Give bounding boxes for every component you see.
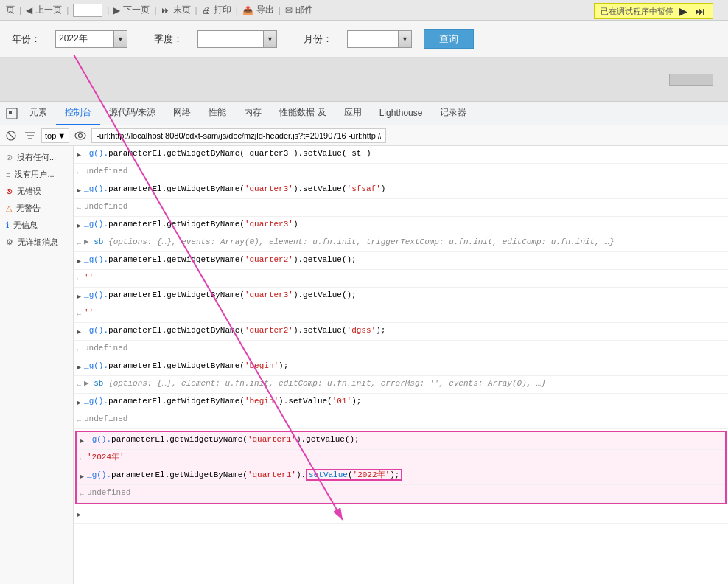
month-select-wrapper[interactable]: ▼ (347, 30, 412, 48)
console-line: ▶ _g().parameterEl.getWidgetByName('quar… (74, 181, 728, 199)
next-btn[interactable]: 下一页 (123, 4, 150, 16)
year-select-wrapper[interactable]: 2022年 ▼ (55, 30, 127, 48)
console-line-highlighted: ▶ _g().parameterEl.getWidgetByName('quar… (77, 432, 725, 450)
tab-application-label: 应用 (344, 106, 362, 119)
sidebar-item-warnings[interactable]: △ 无警告 (0, 200, 73, 217)
tab-sources[interactable]: 源代码/来源 (100, 102, 164, 125)
sidebar-item-user[interactable]: ≡ 没有用户... (0, 166, 73, 183)
line-text: _g().parameterEl.getWidgetByName('quarte… (84, 218, 725, 231)
tab-memory-label: 内存 (244, 106, 262, 119)
console-line-highlighted: ← undefined (77, 485, 725, 503)
tab-console[interactable]: 控制台 (56, 102, 100, 125)
tab-performance-label: 性能 (209, 106, 226, 119)
devtools-panel: 元素 控制台 源代码/来源 网络 性能 内存 性能数据 及 应用 (0, 102, 728, 584)
console-line: ← '' (74, 270, 728, 288)
debug-label: 已在调试程序中暂停 (601, 6, 673, 17)
query-button[interactable]: 查询 (424, 29, 474, 49)
tab-recorder[interactable]: 记录器 (431, 102, 475, 125)
debug-resume-btn[interactable]: ▶ (678, 5, 689, 17)
output-arrow: ← (77, 202, 81, 215)
tab-performance[interactable]: 性能 (200, 102, 235, 125)
tab-network[interactable]: 网络 (164, 102, 200, 125)
console-line: ▶ _g().parameterEl.getWidgetByName('begi… (74, 394, 728, 411)
console-line: ← undefined (74, 164, 728, 181)
console-input[interactable] (84, 507, 725, 520)
quarter-select-wrapper[interactable]: ▼ (197, 30, 277, 48)
clear-console-btn[interactable] (3, 128, 19, 144)
error-label: 无错误 (17, 186, 41, 197)
quarter-select-box[interactable] (197, 30, 264, 48)
sidebar-item-errors[interactable]: ⊗ 无错误 (0, 183, 73, 200)
input-arrow: ▶ (80, 470, 84, 484)
tab-lighthouse[interactable]: Lighthouse (371, 102, 432, 125)
all-icon: ⊘ (6, 153, 13, 162)
console-line: ▶ _g().parameterEl.getWidgetByName('quar… (74, 288, 728, 305)
divider5: | (195, 5, 197, 15)
tab-perf-data[interactable]: 性能数据 及 (270, 102, 335, 125)
console-line: ← undefined (74, 341, 728, 358)
top-dropdown-arrow: ▼ (57, 131, 66, 140)
sidebar-item-verbose[interactable]: ⚙ 无详细消息 (0, 234, 73, 251)
prev-icon[interactable]: ◀ (26, 5, 32, 15)
warning-icon: △ (6, 204, 12, 213)
svg-point-6 (75, 132, 85, 139)
console-line-highlighted: ← '2024年' (77, 450, 725, 467)
line-text: undefined (84, 200, 725, 213)
prev-btn[interactable]: 上一页 (35, 4, 62, 16)
console-output[interactable]: ▶ _g().parameterEl.getWidgetByName( quar… (74, 146, 728, 584)
export-btn[interactable]: 导出 (256, 4, 274, 16)
divider6: | (236, 5, 238, 15)
print-btn[interactable]: 打印 (214, 4, 231, 16)
console-line: ▶ _g().parameterEl.getWidgetByName('quar… (74, 252, 728, 270)
console-line-highlighted: ▶ _g().parameterEl.getWidgetByName('quar… (77, 467, 725, 485)
tab-memory[interactable]: 内存 (235, 102, 270, 125)
console-body: ⊘ 没有任何... ≡ 没有用户... ⊗ 无错误 △ 无警告 ℹ 无信息 (0, 146, 728, 584)
filter-btn[interactable] (22, 128, 38, 144)
input-arrow: ▶ (77, 149, 81, 162)
console-line: ← undefined (74, 199, 728, 217)
line-text: _g().parameterEl.getWidgetByName( quarte… (84, 147, 725, 160)
divider3: | (107, 5, 109, 15)
line-text: '' (84, 271, 725, 284)
output-arrow: ← (80, 488, 84, 501)
debug-step-btn[interactable]: ⏭ (693, 5, 707, 17)
tab-network-label: 网络 (173, 106, 191, 119)
page-number-input[interactable] (73, 4, 102, 17)
next-icon[interactable]: ▶ (113, 5, 120, 15)
sidebar-item-info[interactable]: ℹ 无信息 (0, 217, 73, 234)
output-arrow: ← (77, 344, 81, 357)
line-text: _g().parameterEl.getWidgetByName('quarte… (87, 468, 722, 482)
tab-elements[interactable]: 元素 (21, 102, 56, 125)
tab-sources-label: 源代码/来源 (109, 106, 155, 119)
email-btn[interactable]: 邮件 (295, 4, 313, 16)
output-arrow: ← (77, 237, 81, 251)
last-btn[interactable]: 末页 (173, 4, 191, 16)
line-text: '' (84, 306, 725, 319)
tab-application[interactable]: 应用 (335, 102, 371, 125)
devtools-inspect-btn[interactable] (3, 105, 21, 122)
line-text: _g().parameterEl.getWidgetByName('quarte… (84, 288, 725, 302)
horizontal-scrollbar[interactable] (669, 74, 713, 86)
line-text: '2024年' (87, 451, 722, 464)
tab-elements-label: 元素 (29, 106, 47, 119)
year-dropdown-btn[interactable]: ▼ (114, 30, 127, 48)
print-icon: 🖨 (202, 5, 211, 15)
line-text: _g().parameterEl.getWidgetByName('quarte… (84, 324, 725, 337)
export-icon: 📤 (242, 5, 253, 15)
quarter-label: 季度： (154, 32, 183, 46)
divider4: | (154, 5, 156, 15)
year-select-box[interactable]: 2022年 (55, 30, 114, 48)
eye-icon-btn[interactable] (72, 128, 88, 144)
month-select-box[interactable] (347, 30, 399, 48)
month-dropdown-btn[interactable]: ▼ (399, 30, 412, 48)
tab-perf-data-label: 性能数据 及 (279, 106, 326, 119)
quarter-dropdown-btn[interactable]: ▼ (264, 30, 277, 48)
last-icon[interactable]: ⏭ (161, 5, 170, 15)
line-text: undefined (84, 341, 725, 355)
info-icon: ℹ (6, 220, 9, 230)
top-context-dropdown[interactable]: top ▼ (41, 128, 69, 143)
filter-input[interactable] (91, 128, 386, 143)
email-icon: ✉ (285, 5, 293, 15)
sidebar-item-all[interactable]: ⊘ 没有任何... (0, 149, 73, 166)
output-arrow: ← (77, 273, 81, 286)
